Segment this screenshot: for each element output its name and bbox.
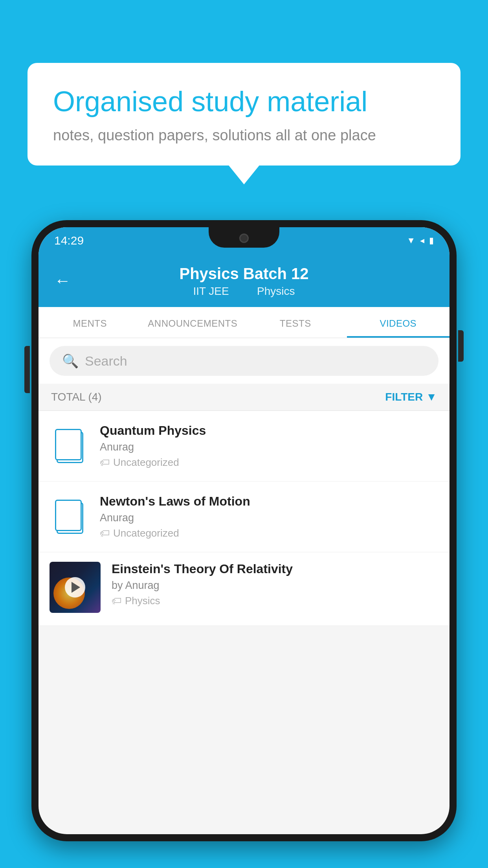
status-time: 14:29 [54, 234, 84, 247]
tag-icon: 🏷 [112, 595, 122, 607]
file-icon-front [55, 429, 82, 460]
filter-label: FILTER [385, 391, 423, 403]
tab-announcements[interactable]: ANNOUNCEMENTS [141, 307, 244, 338]
status-bar: 14:29 ▼ ◂ ▮ [39, 227, 449, 254]
speech-bubble: Organised study material notes, question… [28, 63, 460, 166]
speech-bubble-container: Organised study material notes, question… [28, 63, 460, 166]
video-item-info: Newton's Laws of Motion Anurag 🏷 Uncateg… [100, 494, 438, 539]
tag-icon: 🏷 [100, 456, 110, 469]
tag-label: Uncategorized [113, 527, 179, 539]
filter-row: TOTAL (4) FILTER ▼ [39, 384, 449, 411]
back-button[interactable]: ← [54, 271, 71, 290]
search-container: 🔍 Search [39, 338, 449, 384]
tag-label: Physics [125, 595, 160, 607]
list-item[interactable]: Einstein's Theory Of Relativity by Anura… [39, 552, 449, 626]
filter-button[interactable]: FILTER ▼ [385, 391, 437, 403]
header-title: Physics Batch 12 [179, 265, 308, 283]
header-subtitle: IIT JEE Physics [188, 285, 299, 298]
header-subtitle-iitjee: IIT JEE [193, 285, 229, 297]
tab-bar: MENTS ANNOUNCEMENTS TESTS VIDEOS [39, 307, 449, 338]
item-title: Quantum Physics [100, 423, 438, 438]
phone-screen: 14:29 ▼ ◂ ▮ ← Physics Batch 12 IIT JEE P… [39, 227, 449, 834]
filter-icon: ▼ [426, 391, 437, 403]
file-icon [55, 500, 83, 534]
phone-container: 14:29 ▼ ◂ ▮ ← Physics Batch 12 IIT JEE P… [31, 220, 457, 868]
tag-label: Uncategorized [113, 456, 179, 469]
file-icon-container [50, 427, 89, 466]
list-item[interactable]: Quantum Physics Anurag 🏷 Uncategorized [39, 411, 449, 482]
speech-bubble-title: Organised study material [53, 85, 435, 118]
search-placeholder: Search [85, 353, 127, 369]
status-icons: ▼ ◂ ▮ [407, 235, 434, 246]
play-button[interactable] [65, 577, 85, 598]
phone-outer: 14:29 ▼ ◂ ▮ ← Physics Batch 12 IIT JEE P… [31, 220, 457, 841]
video-item-info: Einstein's Theory Of Relativity by Anura… [112, 562, 438, 607]
item-title: Newton's Laws of Motion [100, 494, 438, 509]
video-list: Quantum Physics Anurag 🏷 Uncategorized [39, 411, 449, 626]
item-tag: 🏷 Uncategorized [100, 456, 438, 469]
play-triangle-icon [72, 582, 80, 593]
tab-ments[interactable]: MENTS [39, 307, 141, 338]
app-header: ← Physics Batch 12 IIT JEE Physics [39, 254, 449, 307]
video-item-info: Quantum Physics Anurag 🏷 Uncategorized [100, 423, 438, 469]
tag-icon: 🏷 [100, 527, 110, 539]
header-subtitle-separator [242, 285, 248, 297]
tab-videos[interactable]: VIDEOS [347, 307, 450, 338]
list-item[interactable]: Newton's Laws of Motion Anurag 🏷 Uncateg… [39, 482, 449, 552]
battery-icon: ▮ [429, 235, 434, 246]
item-author: by Anurag [112, 579, 438, 592]
file-icon [55, 429, 83, 463]
file-icon-container [50, 497, 89, 537]
header-subtitle-physics: Physics [257, 285, 295, 297]
tab-tests[interactable]: TESTS [244, 307, 347, 338]
item-tag: 🏷 Physics [112, 595, 438, 607]
search-icon: 🔍 [62, 353, 79, 369]
item-title: Einstein's Theory Of Relativity [112, 562, 438, 576]
notch [209, 227, 279, 248]
thumbnail-background [50, 562, 101, 613]
file-icon-front [55, 500, 82, 531]
item-author: Anurag [100, 512, 438, 524]
signal-icon: ◂ [420, 235, 424, 246]
video-thumbnail [50, 562, 101, 613]
camera-icon [239, 234, 249, 243]
item-tag: 🏷 Uncategorized [100, 527, 438, 539]
item-author: Anurag [100, 441, 438, 453]
search-bar[interactable]: 🔍 Search [50, 346, 438, 376]
total-count: TOTAL (4) [51, 391, 102, 403]
wifi-icon: ▼ [407, 235, 415, 246]
speech-bubble-subtitle: notes, question papers, solutions all at… [53, 127, 435, 144]
